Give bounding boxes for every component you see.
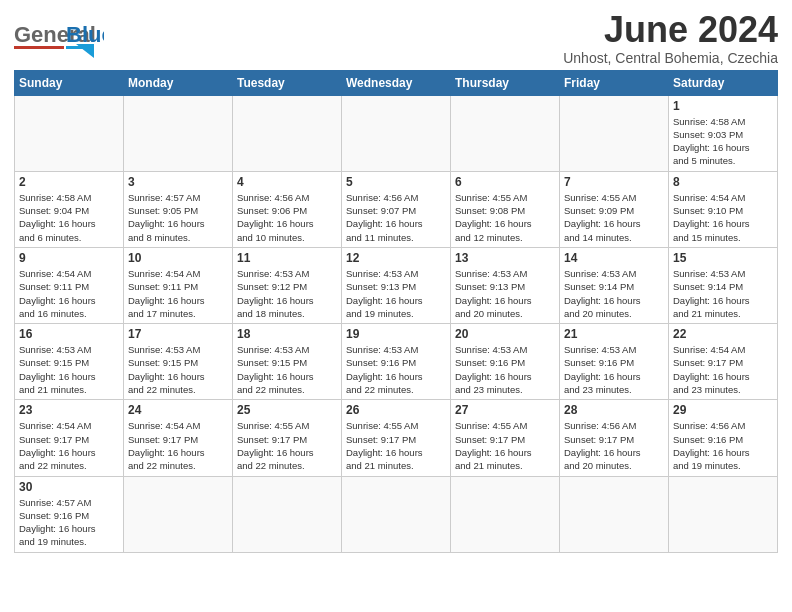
day-number: 13 xyxy=(455,251,555,265)
calendar-cell: 27Sunrise: 4:55 AM Sunset: 9:17 PM Dayli… xyxy=(451,400,560,476)
day-number: 15 xyxy=(673,251,773,265)
svg-rect-3 xyxy=(14,46,64,49)
day-info: Sunrise: 4:55 AM Sunset: 9:17 PM Dayligh… xyxy=(455,419,555,472)
day-info: Sunrise: 4:56 AM Sunset: 9:07 PM Dayligh… xyxy=(346,191,446,244)
day-number: 28 xyxy=(564,403,664,417)
calendar-cell: 23Sunrise: 4:54 AM Sunset: 9:17 PM Dayli… xyxy=(15,400,124,476)
day-number: 20 xyxy=(455,327,555,341)
calendar-cell: 26Sunrise: 4:55 AM Sunset: 9:17 PM Dayli… xyxy=(342,400,451,476)
calendar-cell: 22Sunrise: 4:54 AM Sunset: 9:17 PM Dayli… xyxy=(669,324,778,400)
day-info: Sunrise: 4:55 AM Sunset: 9:17 PM Dayligh… xyxy=(237,419,337,472)
day-info: Sunrise: 4:57 AM Sunset: 9:05 PM Dayligh… xyxy=(128,191,228,244)
day-info: Sunrise: 4:55 AM Sunset: 9:09 PM Dayligh… xyxy=(564,191,664,244)
calendar-week-row: 2Sunrise: 4:58 AM Sunset: 9:04 PM Daylig… xyxy=(15,171,778,247)
day-number: 25 xyxy=(237,403,337,417)
day-info: Sunrise: 4:55 AM Sunset: 9:08 PM Dayligh… xyxy=(455,191,555,244)
day-of-week-header: Wednesday xyxy=(342,70,451,95)
calendar-cell xyxy=(560,476,669,552)
calendar-cell: 10Sunrise: 4:54 AM Sunset: 9:11 PM Dayli… xyxy=(124,247,233,323)
calendar-cell xyxy=(124,476,233,552)
day-number: 19 xyxy=(346,327,446,341)
calendar-cell: 16Sunrise: 4:53 AM Sunset: 9:15 PM Dayli… xyxy=(15,324,124,400)
calendar-cell xyxy=(669,476,778,552)
day-number: 1 xyxy=(673,99,773,113)
calendar-cell: 5Sunrise: 4:56 AM Sunset: 9:07 PM Daylig… xyxy=(342,171,451,247)
day-number: 17 xyxy=(128,327,228,341)
calendar-week-row: 1Sunrise: 4:58 AM Sunset: 9:03 PM Daylig… xyxy=(15,95,778,171)
calendar-cell: 17Sunrise: 4:53 AM Sunset: 9:15 PM Dayli… xyxy=(124,324,233,400)
day-info: Sunrise: 4:56 AM Sunset: 9:16 PM Dayligh… xyxy=(673,419,773,472)
day-number: 3 xyxy=(128,175,228,189)
calendar-cell: 1Sunrise: 4:58 AM Sunset: 9:03 PM Daylig… xyxy=(669,95,778,171)
day-number: 11 xyxy=(237,251,337,265)
day-info: Sunrise: 4:54 AM Sunset: 9:11 PM Dayligh… xyxy=(128,267,228,320)
calendar-cell: 4Sunrise: 4:56 AM Sunset: 9:06 PM Daylig… xyxy=(233,171,342,247)
day-number: 5 xyxy=(346,175,446,189)
calendar-cell: 7Sunrise: 4:55 AM Sunset: 9:09 PM Daylig… xyxy=(560,171,669,247)
day-info: Sunrise: 4:53 AM Sunset: 9:16 PM Dayligh… xyxy=(346,343,446,396)
day-info: Sunrise: 4:53 AM Sunset: 9:16 PM Dayligh… xyxy=(564,343,664,396)
calendar-cell: 11Sunrise: 4:53 AM Sunset: 9:12 PM Dayli… xyxy=(233,247,342,323)
day-number: 7 xyxy=(564,175,664,189)
day-number: 6 xyxy=(455,175,555,189)
day-info: Sunrise: 4:53 AM Sunset: 9:13 PM Dayligh… xyxy=(455,267,555,320)
day-info: Sunrise: 4:54 AM Sunset: 9:17 PM Dayligh… xyxy=(19,419,119,472)
day-number: 22 xyxy=(673,327,773,341)
calendar-cell: 6Sunrise: 4:55 AM Sunset: 9:08 PM Daylig… xyxy=(451,171,560,247)
calendar-cell xyxy=(560,95,669,171)
calendar-week-row: 16Sunrise: 4:53 AM Sunset: 9:15 PM Dayli… xyxy=(15,324,778,400)
day-info: Sunrise: 4:56 AM Sunset: 9:17 PM Dayligh… xyxy=(564,419,664,472)
day-of-week-header: Friday xyxy=(560,70,669,95)
location-subtitle: Unhost, Central Bohemia, Czechia xyxy=(563,50,778,66)
day-info: Sunrise: 4:53 AM Sunset: 9:12 PM Dayligh… xyxy=(237,267,337,320)
day-info: Sunrise: 4:58 AM Sunset: 9:04 PM Dayligh… xyxy=(19,191,119,244)
day-of-week-header: Monday xyxy=(124,70,233,95)
day-number: 29 xyxy=(673,403,773,417)
calendar-cell: 25Sunrise: 4:55 AM Sunset: 9:17 PM Dayli… xyxy=(233,400,342,476)
logo: General Blue General Blue xyxy=(14,10,104,62)
svg-rect-4 xyxy=(66,46,94,49)
calendar-cell: 3Sunrise: 4:57 AM Sunset: 9:05 PM Daylig… xyxy=(124,171,233,247)
day-number: 23 xyxy=(19,403,119,417)
calendar-cell: 8Sunrise: 4:54 AM Sunset: 9:10 PM Daylig… xyxy=(669,171,778,247)
day-info: Sunrise: 4:53 AM Sunset: 9:14 PM Dayligh… xyxy=(564,267,664,320)
calendar-cell: 12Sunrise: 4:53 AM Sunset: 9:13 PM Dayli… xyxy=(342,247,451,323)
logo-svg: General Blue xyxy=(14,14,104,58)
calendar-cell: 19Sunrise: 4:53 AM Sunset: 9:16 PM Dayli… xyxy=(342,324,451,400)
calendar-week-row: 9Sunrise: 4:54 AM Sunset: 9:11 PM Daylig… xyxy=(15,247,778,323)
day-info: Sunrise: 4:54 AM Sunset: 9:17 PM Dayligh… xyxy=(673,343,773,396)
day-number: 12 xyxy=(346,251,446,265)
calendar-cell: 24Sunrise: 4:54 AM Sunset: 9:17 PM Dayli… xyxy=(124,400,233,476)
month-title: June 2024 xyxy=(563,10,778,50)
day-number: 9 xyxy=(19,251,119,265)
calendar-cell xyxy=(342,95,451,171)
day-number: 24 xyxy=(128,403,228,417)
calendar-cell: 14Sunrise: 4:53 AM Sunset: 9:14 PM Dayli… xyxy=(560,247,669,323)
day-of-week-header: Thursday xyxy=(451,70,560,95)
day-number: 10 xyxy=(128,251,228,265)
calendar-cell: 18Sunrise: 4:53 AM Sunset: 9:15 PM Dayli… xyxy=(233,324,342,400)
day-number: 21 xyxy=(564,327,664,341)
calendar-cell: 29Sunrise: 4:56 AM Sunset: 9:16 PM Dayli… xyxy=(669,400,778,476)
calendar-cell xyxy=(451,476,560,552)
calendar-cell xyxy=(451,95,560,171)
day-of-week-header: Tuesday xyxy=(233,70,342,95)
day-number: 14 xyxy=(564,251,664,265)
header: General Blue General Blue June 2024 Unho… xyxy=(14,10,778,66)
calendar-cell: 28Sunrise: 4:56 AM Sunset: 9:17 PM Dayli… xyxy=(560,400,669,476)
day-info: Sunrise: 4:56 AM Sunset: 9:06 PM Dayligh… xyxy=(237,191,337,244)
day-number: 2 xyxy=(19,175,119,189)
calendar-cell xyxy=(233,476,342,552)
day-number: 26 xyxy=(346,403,446,417)
day-info: Sunrise: 4:57 AM Sunset: 9:16 PM Dayligh… xyxy=(19,496,119,549)
day-info: Sunrise: 4:53 AM Sunset: 9:13 PM Dayligh… xyxy=(346,267,446,320)
calendar-week-row: 30Sunrise: 4:57 AM Sunset: 9:16 PM Dayli… xyxy=(15,476,778,552)
day-of-week-header: Saturday xyxy=(669,70,778,95)
day-info: Sunrise: 4:54 AM Sunset: 9:10 PM Dayligh… xyxy=(673,191,773,244)
day-number: 27 xyxy=(455,403,555,417)
calendar-cell: 21Sunrise: 4:53 AM Sunset: 9:16 PM Dayli… xyxy=(560,324,669,400)
day-info: Sunrise: 4:54 AM Sunset: 9:17 PM Dayligh… xyxy=(128,419,228,472)
calendar-cell xyxy=(233,95,342,171)
day-number: 30 xyxy=(19,480,119,494)
calendar-cell: 15Sunrise: 4:53 AM Sunset: 9:14 PM Dayli… xyxy=(669,247,778,323)
